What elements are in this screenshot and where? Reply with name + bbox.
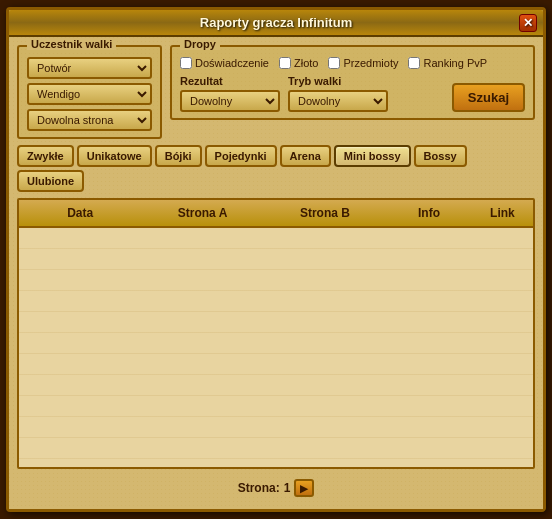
tab-bojki[interactable]: Bójki [155,145,202,167]
table-body [19,228,533,467]
col-header-strona-b: Strona B [264,204,386,222]
checkbox-zloto-input[interactable] [279,57,291,69]
search-button[interactable]: Szukaj [452,83,525,112]
tab-arena[interactable]: Arena [280,145,331,167]
dropy-legend: Dropy [180,38,220,50]
top-row: Uczestnik walki Potwór Gracz Dowolny Wen… [17,45,535,139]
tab-ulubione[interactable]: Ulubione [17,170,84,192]
table-header: Data Strona A Strona B Info Link [19,200,533,228]
bottom-dropy-row: Rezultat Dowolny Wygrana Przegrana Tryb … [180,75,525,112]
checkbox-przedmioty-input[interactable] [328,57,340,69]
checkbox-zloto[interactable]: Złoto [279,57,318,69]
window-title: Raporty gracza Infinitum [200,15,352,30]
uczestnik-legend: Uczestnik walki [27,38,116,50]
dropy-group: Dropy Doświadczenie Złoto Przedmioty [170,45,535,120]
tab-pojedynki[interactable]: Pojedynki [205,145,277,167]
checkbox-doswiadczenie[interactable]: Doświadczenie [180,57,269,69]
col-header-data: Data [19,204,141,222]
tab-mini-bossy[interactable]: Mini bossy [334,145,411,167]
tabs-row: Zwykłe Unikatowe Bójki Pojedynki Arena M… [17,145,535,192]
page-number: 1 [284,481,291,495]
checkbox-ranking-input[interactable] [408,57,420,69]
footer: Strona: 1 ▶ [17,475,535,501]
uczestnik-type-select[interactable]: Potwór Gracz Dowolny [27,57,152,79]
dropy-checkboxes: Doświadczenie Złoto Przedmioty Ranking P… [180,57,525,69]
content-area: Uczestnik walki Potwór Gracz Dowolny Wen… [9,37,543,509]
checkbox-ranking[interactable]: Ranking PvP [408,57,487,69]
page-label: Strona: [238,481,280,495]
tab-bossy[interactable]: Bossy [414,145,467,167]
uczestnik-name-select[interactable]: Wendigo Dowolny [27,83,152,105]
checkbox-ranking-label: Ranking PvP [423,57,487,69]
col-header-strona-a: Strona A [141,204,263,222]
checkbox-doswiadczenie-input[interactable] [180,57,192,69]
checkbox-przedmioty[interactable]: Przedmioty [328,57,398,69]
checkbox-zloto-label: Złoto [294,57,318,69]
tryb-box: Tryb walki Dowolny PvE PvP [288,75,388,112]
uczestnik-fields: Potwór Gracz Dowolny Wendigo Dowolny Dow… [27,57,152,131]
rezultat-label: Rezultat [180,75,280,87]
col-header-link: Link [472,204,533,222]
tryb-label: Tryb walki [288,75,388,87]
uczestnik-group: Uczestnik walki Potwór Gracz Dowolny Wen… [17,45,162,139]
col-header-info: Info [386,204,472,222]
main-window: Raporty gracza Infinitum ✕ Uczestnik wal… [6,7,546,512]
rezultat-box: Rezultat Dowolny Wygrana Przegrana [180,75,280,112]
tab-unikatowe[interactable]: Unikatowe [77,145,152,167]
table-container: Data Strona A Strona B Info Link [17,198,535,469]
checkbox-przedmioty-label: Przedmioty [343,57,398,69]
rezultat-select[interactable]: Dowolny Wygrana Przegrana [180,90,280,112]
checkbox-doswiadczenie-label: Doświadczenie [195,57,269,69]
tryb-select[interactable]: Dowolny PvE PvP [288,90,388,112]
tab-zwykle[interactable]: Zwykłe [17,145,74,167]
close-button[interactable]: ✕ [519,14,537,32]
title-bar: Raporty gracza Infinitum ✕ [9,10,543,37]
uczestnik-side-select[interactable]: Dowolna strona Strona A Strona B [27,109,152,131]
page-next-button[interactable]: ▶ [294,479,314,497]
